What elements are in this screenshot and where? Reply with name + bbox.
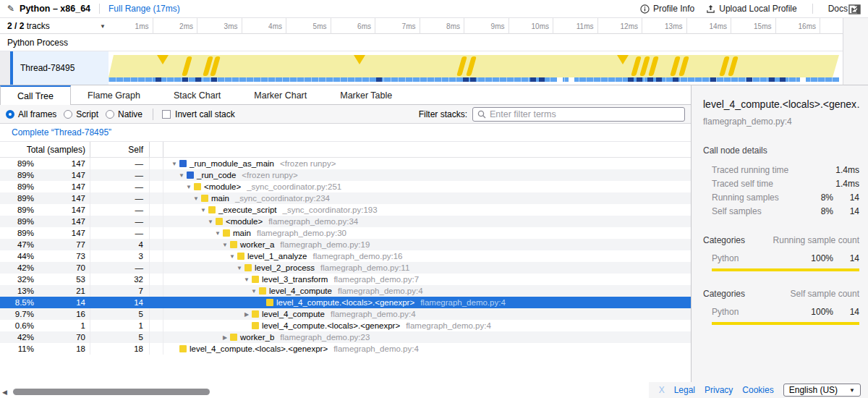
expand-arrow[interactable]: ▼ <box>205 219 216 225</box>
track-marker-slash <box>728 56 739 76</box>
cell-tree: ▼<module>_sync_coordinator.py:251 <box>163 181 691 192</box>
language-select[interactable]: English (US) ▼ <box>783 384 861 397</box>
table-row[interactable]: 13%217▼level_4_computeflamegraph_demo.py… <box>0 285 691 297</box>
expand-arrow[interactable]: ▼ <box>176 172 187 179</box>
function-name: level_3_transform <box>262 275 328 284</box>
table-row[interactable]: 42%705▶worker_bflamegraph_demo.py:23 <box>0 331 691 343</box>
tab-stack-chart[interactable]: Stack Chart <box>157 85 237 105</box>
table-row[interactable]: 9.7%165▶level_4_computeflamegraph_demo.p… <box>0 308 691 320</box>
track-marker-triangle <box>617 55 629 64</box>
detail-row: Traced running time1.4ms <box>712 163 859 177</box>
tab-flame-graph[interactable]: Flame Graph <box>71 85 157 105</box>
cell-self: 3 <box>90 250 150 262</box>
profile-info-button[interactable]: Profile Info <box>640 4 694 14</box>
cell-tree: level_4_compute.<locals>.<genexpr>flameg… <box>163 320 691 331</box>
footer-link-legal[interactable]: Legal <box>674 385 695 395</box>
expand-arrow[interactable]: ▼ <box>213 230 223 237</box>
category-square-icon <box>194 183 201 190</box>
sidebar-toggle-button[interactable] <box>848 4 862 15</box>
table-row[interactable]: 89%147—▼<module>_sync_coordinator.py:251 <box>0 181 691 192</box>
thread-activity-graph[interactable] <box>109 51 839 85</box>
detail-label: Traced running time <box>712 165 801 175</box>
expand-arrow[interactable]: ▶ <box>220 334 230 341</box>
radio-script[interactable]: Script <box>64 109 98 119</box>
sample-gap <box>800 77 806 82</box>
cell-tree: ▼_execute_script_sync_coordinator.py:193 <box>163 204 691 216</box>
table-row[interactable]: 89%147—▼main_sync_coordinator.py:234 <box>0 192 691 204</box>
scroll-left-arrow[interactable]: ◀ <box>2 389 7 396</box>
expand-arrow[interactable]: ▼ <box>234 265 244 271</box>
thread-track: Thread-78495 <box>0 51 868 85</box>
expand-arrow[interactable]: ▼ <box>184 184 194 190</box>
total-percent: 89% <box>0 229 34 237</box>
expand-arrow[interactable]: ▼ <box>198 207 208 213</box>
radio-all-frames[interactable]: All frames <box>6 109 56 119</box>
cell-spacer <box>150 250 163 262</box>
expand-arrow[interactable]: ▼ <box>249 288 259 295</box>
horizontal-scrollbar[interactable]: ◀ <box>0 388 680 397</box>
expand-arrow[interactable]: ▼ <box>242 276 252 283</box>
edit-pencil-icon[interactable]: ✎ <box>7 4 14 14</box>
tab-marker-table[interactable]: Marker Table <box>323 85 409 105</box>
expand-arrow[interactable]: ▼ <box>169 161 179 167</box>
footer-link-privacy[interactable]: Privacy <box>705 385 733 395</box>
total-count: 147 <box>34 182 90 191</box>
table-row[interactable]: 47%774▼worker_aflamegraph_demo.py:19 <box>0 239 691 250</box>
ruler-tick-label: 8ms <box>446 22 460 30</box>
source-location: <frozen runpy> <box>242 171 297 179</box>
cell-spacer <box>150 262 163 274</box>
table-row[interactable]: 11%1818level_4_compute.<locals>.<genexpr… <box>0 343 691 355</box>
table-row[interactable]: 89%147—▼<module>flamegraph_demo.py:34 <box>0 216 691 227</box>
column-self[interactable]: Self <box>90 142 150 157</box>
total-percent: 89% <box>0 182 34 191</box>
expand-arrow[interactable]: ▼ <box>220 242 230 248</box>
function-name: level_4_compute.<locals>.<genexpr> <box>190 344 328 353</box>
table-row[interactable]: 89%147—▼_run_code<frozen runpy> <box>0 169 691 181</box>
ruler-tick: 15ms <box>731 18 776 34</box>
tab-marker-chart[interactable]: Marker Chart <box>237 85 323 105</box>
sample-dark-segment <box>746 77 752 82</box>
selected-node-title: level_4_compute.<locals>.<genex… <box>703 98 859 110</box>
process-track-header[interactable]: Python Process <box>0 34 868 51</box>
expand-arrow[interactable]: ▼ <box>191 195 201 202</box>
total-percent: 89% <box>0 171 34 179</box>
table-row[interactable]: 44%733▼level_1_analyzeflamegraph_demo.py… <box>0 250 691 262</box>
thread-track-label[interactable]: Thread-78495 <box>13 51 109 85</box>
footer-link-cookies[interactable]: Cookies <box>742 385 773 395</box>
total-count: 73 <box>34 252 90 261</box>
upload-profile-button[interactable]: Upload Local Profile <box>706 4 796 14</box>
tab-call-tree[interactable]: Call Tree <box>0 85 71 105</box>
filter-stacks-input[interactable]: Enter filter terms <box>472 107 685 122</box>
total-percent: 89% <box>0 217 34 226</box>
radio-native[interactable]: Native <box>106 109 142 119</box>
breadcrumb[interactable]: Complete “Thread-78495” <box>12 127 111 137</box>
table-row[interactable]: 89%147—▼_run_module_as_main<frozen runpy… <box>0 158 691 169</box>
function-name: level_4_compute.<locals>.<genexpr> <box>276 298 414 307</box>
scrollbar-thumb[interactable] <box>13 389 210 395</box>
footer-close-button[interactable]: X <box>659 385 665 395</box>
table-row[interactable]: 89%147—▼_execute_script_sync_coordinator… <box>0 204 691 216</box>
table-row[interactable]: 42%70—▼level_2_processflamegraph_demo.py… <box>0 262 691 274</box>
table-row[interactable]: 8.5%1414level_4_compute.<locals>.<genexp… <box>0 297 691 308</box>
sample-dark-segment <box>530 77 536 82</box>
expand-arrow[interactable]: ▶ <box>242 311 252 318</box>
categories-title: Categories <box>703 235 773 245</box>
checkbox-box <box>162 110 171 119</box>
total-count: 14 <box>34 298 90 307</box>
cell-total: 0.6%1 <box>0 320 90 331</box>
cell-spacer <box>150 192 163 204</box>
table-row[interactable]: 32%5332▼level_3_transformflamegraph_demo… <box>0 274 691 285</box>
ruler-tick-label: 10ms <box>532 22 549 30</box>
footer-bar: X LegalPrivacyCookies English (US) ▼ <box>649 382 868 398</box>
cell-tree: ▼level_3_transformflamegraph_demo.py:7 <box>163 274 691 285</box>
function-name: level_4_compute <box>269 287 332 295</box>
table-row[interactable]: 89%147—▼mainflamegraph_demo.py:30 <box>0 227 691 239</box>
tracks-dropdown-button[interactable]: 2 / 2 tracks ▼ <box>7 18 106 34</box>
column-total-samples[interactable]: Total (samples) <box>0 142 90 157</box>
function-name: _run_module_as_main <box>190 159 274 168</box>
full-range-button[interactable]: Full Range (17ms) <box>109 4 180 14</box>
expand-arrow[interactable]: ▼ <box>227 253 237 260</box>
total-percent: 8.5% <box>0 298 34 307</box>
table-row[interactable]: 0.6%11level_4_compute.<locals>.<genexpr>… <box>0 320 691 331</box>
invert-call-stack-checkbox[interactable]: Invert call stack <box>162 109 235 119</box>
